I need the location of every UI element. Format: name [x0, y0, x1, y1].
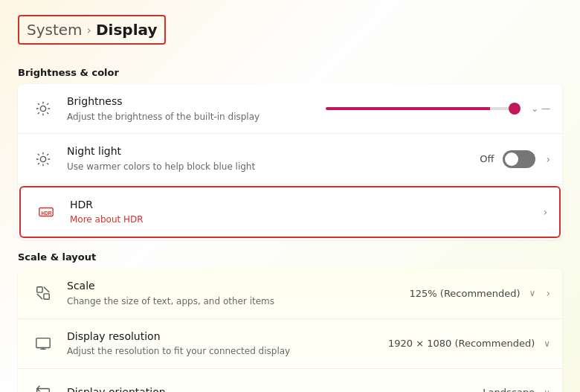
resolution-chevron-down: ∨ — [544, 338, 550, 349]
svg-text:HDR: HDR — [42, 211, 52, 216]
brightness-desc: Adjust the brightness of the built-in di… — [67, 111, 326, 123]
brightness-color-header: Brightness & color — [18, 67, 562, 78]
brightness-row[interactable]: Brightness Adjust the brightness of the … — [18, 84, 562, 134]
display-orientation-text: Display orientation — [67, 385, 483, 392]
svg-rect-24 — [36, 338, 50, 347]
svg-line-4 — [47, 112, 48, 114]
scale-title: Scale — [67, 279, 410, 294]
svg-line-22 — [37, 294, 42, 299]
scale-layout-header: Scale & layout — [18, 251, 562, 263]
svg-rect-21 — [44, 294, 49, 299]
scale-chevron-right: › — [546, 287, 550, 299]
night-light-chevron: › — [546, 153, 550, 165]
night-light-row[interactable]: Night light Use warmer colors to help bl… — [18, 134, 562, 184]
night-light-title: Night light — [67, 144, 480, 159]
brightness-color-group: Brightness Adjust the brightness of the … — [18, 84, 562, 240]
svg-point-0 — [40, 106, 45, 112]
hdr-row[interactable]: HDR HDR More about HDR › — [19, 186, 561, 238]
display-resolution-text: Display resolution Adjust the resolution… — [67, 330, 388, 358]
scale-desc: Change the size of text, apps, and other… — [67, 295, 410, 308]
svg-line-23 — [44, 287, 49, 292]
display-resolution-value: 1920 × 1080 (Recommended) — [388, 338, 535, 349]
night-light-value: Off — [480, 153, 494, 164]
brightness-slider[interactable] — [326, 107, 519, 110]
breadcrumb[interactable]: System › Display — [18, 15, 166, 45]
scale-row[interactable]: Scale Change the size of text, apps, and… — [18, 269, 562, 318]
breadcrumb-chevron: › — [87, 23, 91, 37]
toggle-thumb — [505, 152, 518, 166]
hdr-desc: More about HDR — [70, 213, 538, 226]
svg-line-17 — [47, 153, 48, 155]
svg-line-12 — [38, 153, 39, 155]
display-orientation-title: Display orientation — [67, 385, 483, 392]
hdr-control: › — [538, 206, 547, 218]
display-resolution-icon — [30, 330, 57, 357]
scale-control: 125% (Recommended) ∨ › — [410, 287, 550, 299]
hdr-chevron: › — [543, 206, 547, 218]
brightness-title: Brightness — [67, 94, 326, 109]
breadcrumb-system: System — [27, 21, 83, 39]
night-light-desc: Use warmer colors to help block blue lig… — [67, 161, 480, 173]
display-resolution-row[interactable]: Display resolution Adjust the resolution… — [18, 319, 562, 369]
svg-rect-20 — [37, 287, 42, 292]
night-light-control: Off › — [480, 150, 550, 168]
toggle-track — [503, 150, 535, 168]
brightness-icon — [30, 95, 57, 122]
display-orientation-row[interactable]: Display orientation Landscape ∨ — [18, 369, 562, 392]
brightness-thumb — [509, 103, 521, 115]
scale-icon — [30, 280, 57, 306]
display-resolution-title: Display resolution — [67, 330, 388, 344]
slider-expand-icon: ⌄ — — [531, 103, 550, 114]
brightness-control: ⌄ — — [326, 103, 550, 114]
svg-line-8 — [47, 103, 48, 105]
display-resolution-control: 1920 × 1080 (Recommended) ∨ — [388, 338, 550, 349]
svg-line-7 — [38, 112, 39, 114]
night-light-icon — [30, 146, 57, 173]
orientation-chevron-down: ∨ — [544, 388, 550, 392]
hdr-text: HDR More about HDR — [70, 198, 538, 226]
breadcrumb-current: Display — [96, 21, 157, 39]
brightness-text: Brightness Adjust the brightness of the … — [67, 94, 326, 123]
hdr-title: HDR — [70, 198, 538, 213]
svg-point-9 — [40, 156, 45, 161]
display-orientation-icon — [30, 379, 57, 392]
scale-value: 125% (Recommended) — [410, 288, 521, 299]
scale-chevron-down: ∨ — [529, 288, 536, 298]
scale-text: Scale Change the size of text, apps, and… — [67, 279, 410, 307]
settings-page: System › Display Brightness & color — [0, 0, 580, 392]
display-orientation-value: Landscape — [483, 387, 535, 392]
scale-layout-group: Scale Change the size of text, apps, and… — [18, 269, 562, 392]
night-light-toggle[interactable] — [503, 150, 535, 168]
display-orientation-control: Landscape ∨ — [483, 387, 550, 392]
night-light-text: Night light Use warmer colors to help bl… — [67, 144, 480, 173]
svg-line-16 — [38, 163, 39, 164]
hdr-icon: HDR — [33, 199, 59, 225]
display-resolution-desc: Adjust the resolution to fit your connec… — [67, 345, 388, 358]
svg-line-3 — [38, 103, 39, 105]
svg-line-13 — [47, 163, 48, 164]
